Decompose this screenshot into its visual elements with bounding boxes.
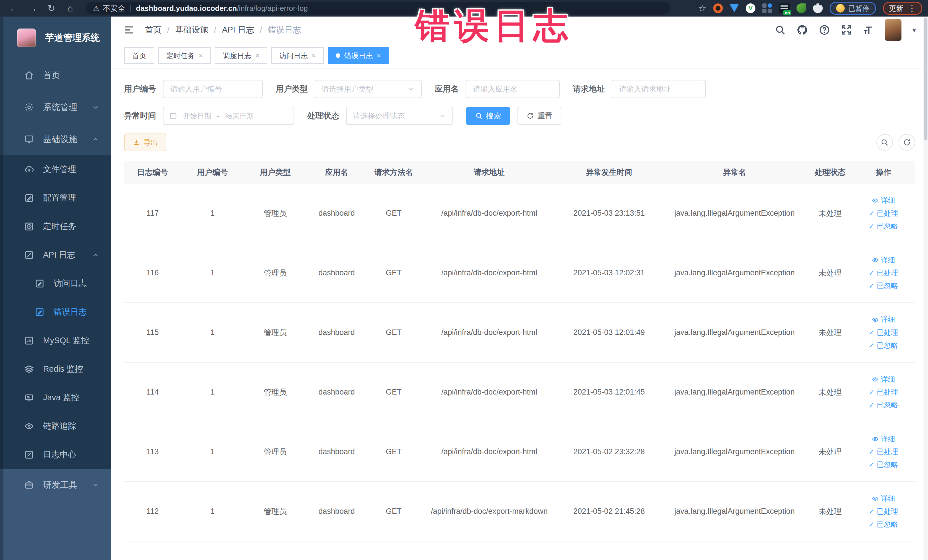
close-icon[interactable]: × (255, 52, 259, 60)
sidebar-item-dev-tools[interactable]: 研发工具 (0, 469, 111, 501)
processed-link[interactable]: ✓已处理 (868, 388, 898, 397)
app-name-input[interactable] (466, 80, 560, 98)
caret-down-icon[interactable]: ▾ (912, 26, 916, 35)
window-scrollbar[interactable] (923, 17, 928, 560)
tab-access-log[interactable]: 访问日志 × (271, 47, 324, 64)
paused-badge[interactable]: 已暂停 (830, 2, 876, 15)
sidebar-item-label: 基础设施 (43, 134, 77, 145)
close-icon[interactable]: × (377, 52, 381, 60)
sidebar-item-redis-monitor[interactable]: Redis 监控 (0, 355, 111, 383)
toggle-search-button[interactable] (876, 134, 893, 151)
close-icon[interactable]: × (199, 52, 203, 60)
extension-grid-icon[interactable] (762, 3, 772, 13)
export-button[interactable]: 导出 (124, 134, 166, 151)
cell-time: 2021-05-03 12:01:45 (558, 388, 661, 397)
sidebar-item-system[interactable]: 系统管理 (0, 91, 111, 123)
github-icon[interactable] (797, 24, 808, 36)
extension-leaf-icon[interactable] (797, 3, 806, 13)
ignored-link[interactable]: ✓已忽略 (868, 400, 898, 410)
tab-error-log[interactable]: 错误日志 × (328, 47, 389, 64)
reset-button[interactable]: 重置 (517, 107, 562, 125)
tab-label: 首页 (132, 51, 147, 61)
processed-link[interactable]: ✓已处理 (868, 447, 898, 456)
extensions-puzzle-icon[interactable] (813, 3, 823, 13)
detail-link[interactable]: 详细 (872, 196, 895, 205)
process-status-select[interactable]: 请选择处理状态 (346, 107, 453, 125)
processed-link[interactable]: ✓已处理 (868, 268, 898, 278)
processed-link[interactable]: ✓已处理 (868, 209, 898, 218)
fullscreen-icon[interactable] (841, 24, 852, 35)
refresh-table-button[interactable] (899, 134, 915, 151)
filter-user-id: 用户编号 (124, 80, 263, 98)
extension-green-icon[interactable]: V (746, 3, 756, 13)
ignored-link[interactable]: ✓已忽略 (868, 281, 898, 290)
sidebar-toggle-icon[interactable] (123, 24, 135, 36)
avatar[interactable] (885, 19, 902, 41)
ignored-link[interactable]: ✓已忽略 (868, 460, 898, 469)
sidebar-item-home[interactable]: 首页 (0, 60, 111, 91)
breadcrumb-api-log[interactable]: API 日志 (222, 24, 254, 36)
ignored-link[interactable]: ✓已忽略 (868, 340, 898, 350)
sidebar-item-access-log[interactable]: 访问日志 (0, 269, 111, 298)
forward-icon[interactable]: → (24, 3, 41, 14)
sidebar-item-log-center[interactable]: 日志中心 (0, 441, 111, 469)
font-size-icon[interactable] (863, 24, 874, 36)
browser-menu-icon[interactable]: ⋮ (908, 3, 916, 14)
tab-home[interactable]: 首页 (124, 47, 154, 64)
sidebar-item-scheduled-jobs[interactable]: 定时任务 (0, 212, 111, 241)
filter-exception-time: 异常时间 开始日期 - 结束日期 (124, 107, 294, 125)
address-bar[interactable]: ⚠ 不安全 dashboard.yudao.iocoder.cn/infra/l… (85, 2, 670, 15)
col-method: 请求方法名 (366, 167, 421, 177)
update-badge[interactable]: 更新 ⋮ (883, 2, 922, 15)
sidebar-item-label: API 日志 (43, 249, 75, 261)
reload-icon[interactable]: ↻ (43, 3, 60, 14)
detail-link[interactable]: 详细 (872, 315, 895, 324)
cell-user-type: 管理员 (244, 387, 307, 397)
extension-shield-icon[interactable] (730, 4, 739, 12)
search-button[interactable]: 搜索 (466, 107, 510, 125)
tab-schedule-log[interactable]: 调度日志 × (215, 47, 267, 64)
request-url-input[interactable] (612, 80, 706, 98)
cell-log-id: 116 (124, 269, 181, 277)
bookmark-star-icon[interactable]: ☆ (698, 3, 706, 14)
detail-link[interactable]: 详细 (872, 375, 895, 384)
ignored-link[interactable]: ✓已忽略 (868, 519, 898, 529)
processed-link[interactable]: ✓已处理 (868, 507, 898, 516)
cell-status: 未处理 (809, 507, 852, 517)
detail-label: 详细 (881, 375, 895, 384)
sidebar-item-api-log[interactable]: API 日志 (0, 241, 111, 269)
sidebar-item-config-manage[interactable]: 配置管理 (0, 184, 111, 212)
detail-link[interactable]: 详细 (872, 494, 895, 503)
help-icon[interactable] (819, 24, 830, 36)
sidebar-item-file-manage[interactable]: 文件管理 (0, 155, 111, 184)
logo-row[interactable]: 芋道管理系统 (0, 17, 111, 60)
sidebar-item-label: Java 监控 (43, 392, 79, 403)
sidebar-item-java-monitor[interactable]: Java 监控 (0, 383, 111, 412)
breadcrumb-home[interactable]: 首页 (145, 24, 162, 36)
cell-url: /api/infra/db-doc/export-html (421, 269, 558, 277)
scrollbar-thumb[interactable] (924, 18, 927, 140)
processed-link[interactable]: ✓已处理 (868, 328, 898, 337)
extension-on-toggle-icon[interactable]: on (779, 3, 790, 13)
tab-scheduled-jobs[interactable]: 定时任务 × (158, 47, 211, 64)
app-frame: 芋道管理系统 首页 系统管理 基础设施 文件管理 配置管理 (0, 17, 928, 560)
ignored-link[interactable]: ✓已忽略 (868, 221, 898, 231)
breadcrumb-infra[interactable]: 基础设施 (175, 24, 208, 36)
sidebar-item-error-log[interactable]: 错误日志 (0, 298, 111, 327)
detail-link[interactable]: 详细 (872, 434, 895, 444)
search-icon[interactable] (775, 24, 786, 35)
user-type-select[interactable]: 请选择用户类型 (314, 80, 422, 98)
cell-actions: 详细 ✓已处理 ✓已忽略 (852, 309, 915, 356)
user-id-input[interactable] (163, 80, 263, 98)
detail-link[interactable]: 详细 (872, 255, 895, 265)
sidebar-item-mysql-monitor[interactable]: MySQL 监控 (0, 327, 111, 355)
close-icon[interactable]: × (312, 52, 316, 60)
sidebar-item-trace[interactable]: 链路追踪 (0, 412, 111, 441)
back-icon[interactable]: ← (6, 3, 22, 14)
date-range-picker[interactable]: 开始日期 - 结束日期 (163, 107, 294, 125)
table-row: 114 1 管理员 dashboard GET /api/infra/db-do… (124, 363, 915, 422)
chevron-down-icon (439, 112, 446, 119)
sidebar-item-infra[interactable]: 基础设施 (0, 123, 111, 155)
home-icon[interactable]: ⌂ (62, 3, 78, 14)
extension-orange-icon[interactable] (713, 3, 723, 13)
